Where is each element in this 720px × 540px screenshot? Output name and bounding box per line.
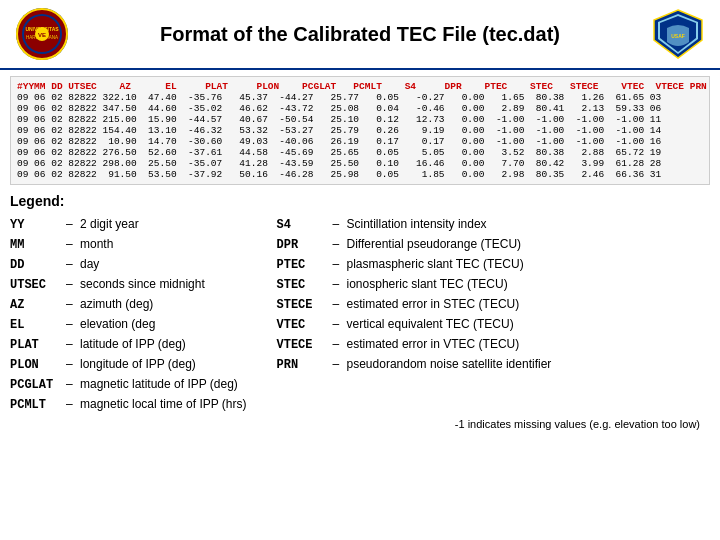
page-title: Format of the Calibrated TEC File (tec.d…: [160, 23, 560, 46]
logo-left: UNIVERSITAS HARVARDIANA VE: [16, 8, 68, 60]
legend-key: PRN: [277, 356, 329, 374]
table-row: 09 06 02 82822 91.50 53.50 -37.92 50.16 …: [17, 169, 703, 180]
legend-item: PCGLAT–magnetic latitude of IPP (deg): [10, 375, 247, 394]
footer-note: -1 indicates missing values (e.g. elevat…: [10, 418, 710, 430]
legend-item: STEC–ionospheric slant TEC (TECU): [277, 275, 552, 294]
legend-right-col: S4–Scintillation intensity indexDPR–Diff…: [277, 215, 552, 414]
legend-key: VTECE: [277, 336, 329, 354]
legend-desc: plasmaspheric slant TEC (TECU): [347, 255, 524, 273]
svg-text:VE: VE: [38, 32, 46, 38]
legend-item: VTEC–vertical equivalent TEC (TECU): [277, 315, 552, 334]
legend-desc: estimated error in STEC (TECU): [347, 295, 520, 313]
table-row: 09 06 02 82822 10.90 14.70 -30.60 49.03 …: [17, 136, 703, 147]
legend-item: PTEC–plasmaspheric slant TEC (TECU): [277, 255, 552, 274]
legend-desc: azimuth (deg): [80, 295, 153, 313]
table-row: 09 06 02 82822 347.50 44.60 -35.02 46.62…: [17, 103, 703, 114]
legend-item: MM–month: [10, 235, 247, 254]
legend-key: AZ: [10, 296, 62, 314]
legend-title: Legend:: [10, 193, 710, 209]
legend-item: UTSEC–seconds since midnight: [10, 275, 247, 294]
header: UNIVERSITAS HARVARDIANA VE Format of the…: [0, 0, 720, 70]
legend-desc: month: [80, 235, 113, 253]
legend-key: PCMLT: [10, 396, 62, 414]
table-row: 09 06 02 82822 298.00 25.50 -35.07 41.28…: [17, 158, 703, 169]
data-table: #YYMM DD UTSEC AZ EL PLAT PLON PCGLAT PC…: [10, 76, 710, 185]
legend-item: DD–day: [10, 255, 247, 274]
table-row: 09 06 02 82822 276.50 52.60 -37.61 44.58…: [17, 147, 703, 158]
legend-key: VTEC: [277, 316, 329, 334]
legend-item: DPR–Differential pseudorange (TECU): [277, 235, 552, 254]
legend-item: PCMLT–magnetic local time of IPP (hrs): [10, 395, 247, 414]
legend-key: PTEC: [277, 256, 329, 274]
table-row: 09 06 02 82822 322.10 47.40 -35.76 45.37…: [17, 92, 703, 103]
table-header: #YYMM DD UTSEC AZ EL PLAT PLON PCGLAT PC…: [17, 81, 703, 92]
logo-right: USAF: [652, 8, 704, 60]
legend-desc: Scintillation intensity index: [347, 215, 487, 233]
legend-item: VTECE–estimated error in VTEC (TECU): [277, 335, 552, 354]
legend-desc: pseudorandom noise satellite identifier: [347, 355, 552, 373]
svg-text:USAF: USAF: [671, 33, 685, 39]
legend-item: STECE–estimated error in STEC (TECU): [277, 295, 552, 314]
legend-desc: seconds since midnight: [80, 275, 205, 293]
legend-desc: longitude of IPP (deg): [80, 355, 196, 373]
legend-item: PLAT–latitude of IPP (deg): [10, 335, 247, 354]
legend-key: MM: [10, 236, 62, 254]
legend-key: STECE: [277, 296, 329, 314]
legend-key: PCGLAT: [10, 376, 62, 394]
legend-item: YY–2 digit year: [10, 215, 247, 234]
legend-key: STEC: [277, 276, 329, 294]
legend-desc: Differential pseudorange (TECU): [347, 235, 522, 253]
legend-item: PLON–longitude of IPP (deg): [10, 355, 247, 374]
legend-item: PRN–pseudorandom noise satellite identif…: [277, 355, 552, 374]
legend-desc: day: [80, 255, 99, 273]
legend-key: UTSEC: [10, 276, 62, 294]
legend-desc: 2 digit year: [80, 215, 139, 233]
legend-section: Legend: YY–2 digit yearMM–monthDD–dayUTS…: [10, 193, 710, 430]
legend-item: AZ–azimuth (deg): [10, 295, 247, 314]
legend-key: S4: [277, 216, 329, 234]
legend-key: PLON: [10, 356, 62, 374]
table-row: 09 06 02 82822 215.00 15.90 -44.57 40.67…: [17, 114, 703, 125]
legend-desc: magnetic latitude of IPP (deg): [80, 375, 238, 393]
legend-desc: magnetic local time of IPP (hrs): [80, 395, 247, 413]
legend-desc: latitude of IPP (deg): [80, 335, 186, 353]
legend-key: DPR: [277, 236, 329, 254]
legend-key: YY: [10, 216, 62, 234]
legend-desc: ionospheric slant TEC (TECU): [347, 275, 508, 293]
table-row: 09 06 02 82822 154.40 13.10 -46.32 53.32…: [17, 125, 703, 136]
legend-left-col: YY–2 digit yearMM–monthDD–dayUTSEC–secon…: [10, 215, 247, 414]
legend-item: EL–elevation (deg: [10, 315, 247, 334]
legend-desc: elevation (deg: [80, 315, 155, 333]
legend-desc: estimated error in VTEC (TECU): [347, 335, 520, 353]
legend-key: PLAT: [10, 336, 62, 354]
legend-key: DD: [10, 256, 62, 274]
legend-item: S4–Scintillation intensity index: [277, 215, 552, 234]
legend-key: EL: [10, 316, 62, 334]
legend-desc: vertical equivalent TEC (TECU): [347, 315, 514, 333]
